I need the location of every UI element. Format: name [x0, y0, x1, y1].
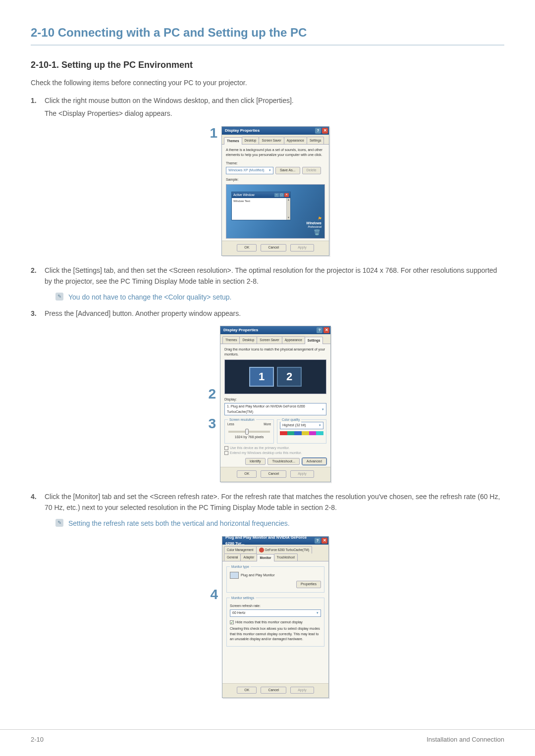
tab-themes[interactable]: Themes: [224, 137, 242, 145]
callout-3: 3: [204, 417, 216, 431]
maximize-icon: □: [279, 193, 284, 197]
windows-logo: ⚑ Windows Professional: [306, 216, 321, 228]
step-text: Press the [Advanced] button. Another pro…: [45, 309, 241, 317]
tab-settings[interactable]: Settings: [307, 137, 324, 144]
cancel-button[interactable]: Cancel: [261, 470, 286, 478]
display-properties-themes-dialog: Display Properties ? ✕ Themes Desktop Sc…: [221, 126, 329, 256]
primary-checkbox: [224, 446, 228, 450]
close-icon[interactable]: ✕: [321, 538, 327, 544]
dialog-title: Display Properties: [225, 128, 260, 134]
theme-preview: Active Window – □ ✕ Window Text: [226, 184, 325, 239]
delete-button[interactable]: Delete: [302, 167, 321, 174]
sample-label: Sample:: [226, 177, 325, 183]
note-text: Setting the refresh rate sets both the v…: [68, 518, 290, 529]
tab-monitor[interactable]: Monitor: [257, 554, 274, 561]
step-4: 4. Click the [Monitor] tab and set the <…: [45, 491, 504, 529]
tab-strip: Color Management GeForce 6200 TurboCache…: [222, 545, 328, 561]
extend-label: Extend my Windows desktop onto this moni…: [230, 451, 302, 454]
display-value: 1. Plug and Play Monitor on NVIDIA GeFor…: [227, 404, 322, 414]
theme-select[interactable]: Windows XP (Modified) ▾: [226, 167, 273, 174]
properties-button[interactable]: Properties: [296, 581, 321, 588]
color-spectrum: [280, 431, 323, 435]
hide-modes-description: Clearing this check box allows you to se…: [230, 626, 321, 642]
refresh-rate-select[interactable]: 60 Hertz ▾: [230, 609, 321, 617]
step-number: 1.: [31, 95, 37, 106]
color-quality-select[interactable]: Highest (32 bit) ▾: [280, 422, 323, 429]
monitor-arrangement[interactable]: 1 2: [224, 359, 326, 394]
step-2: 2. Click the [Settings] tab, and then se…: [45, 265, 504, 303]
identify-button[interactable]: Identify: [245, 458, 266, 465]
help-icon[interactable]: ?: [315, 538, 321, 544]
extend-checkbox: [224, 451, 228, 455]
tab-appearance[interactable]: Appearance: [282, 336, 305, 344]
dialog-title: Plug and Play Monitor and NVIDIA GeForce…: [225, 535, 315, 547]
tab-appearance[interactable]: Appearance: [284, 137, 307, 144]
refresh-rate-label: Screen refresh rate:: [230, 604, 321, 609]
help-icon[interactable]: ?: [315, 128, 321, 134]
step-number: 2.: [31, 265, 37, 276]
chevron-down-icon: ▾: [269, 168, 271, 173]
chevron-down-icon: ▾: [319, 423, 321, 428]
close-icon[interactable]: ✕: [322, 128, 328, 134]
screen-resolution-legend: Screen resolution: [228, 417, 256, 422]
step-text: Click the right mouse button on the Wind…: [45, 97, 294, 104]
primary-label: Use this device as the primary monitor.: [230, 446, 290, 450]
tab-screen-saver[interactable]: Screen Saver: [259, 137, 284, 144]
tab-themes[interactable]: Themes: [222, 336, 240, 344]
tab-geforce[interactable]: GeForce 6200 TurboCache(TM): [256, 546, 313, 554]
monitor-1[interactable]: 1: [249, 367, 274, 387]
close-icon[interactable]: ✕: [323, 327, 329, 333]
theme-label: Theme:: [226, 161, 325, 166]
cancel-button[interactable]: Cancel: [261, 244, 286, 252]
hide-modes-checkbox[interactable]: [230, 620, 234, 624]
advanced-button[interactable]: Advanced: [302, 458, 326, 465]
page-footer: 2-10 Installation and Connection: [0, 729, 535, 745]
apply-button[interactable]: Apply: [290, 687, 314, 694]
tab-troubleshoot[interactable]: Troubleshoot: [274, 554, 298, 560]
display-label: Display:: [224, 397, 326, 403]
recycle-bin-icon: 🗑️: [314, 228, 321, 237]
ok-button[interactable]: OK: [237, 244, 257, 252]
minimize-icon: –: [274, 193, 279, 197]
step-number: 3.: [31, 308, 37, 319]
color-quality-legend: Color quality: [280, 417, 301, 422]
scrollbar: [286, 198, 290, 220]
tab-desktop[interactable]: Desktop: [242, 137, 260, 144]
tab-desktop[interactable]: Desktop: [239, 336, 257, 344]
color-quality-value: Highest (32 bit): [282, 423, 306, 428]
cancel-button[interactable]: Cancel: [261, 687, 286, 694]
more-label: More: [264, 422, 271, 427]
apply-button[interactable]: Apply: [290, 470, 314, 478]
monitor-settings-group: Monitor settings Screen refresh rate: 60…: [226, 596, 324, 647]
subsection-heading: 2-10-1. Setting up the PC Environment: [31, 58, 504, 72]
tab-color-management[interactable]: Color Management: [224, 546, 257, 554]
step-3: 3. Press the [Advanced] button. Another …: [45, 308, 504, 319]
tab-adapter[interactable]: Adapter: [240, 554, 257, 560]
step-1: 1. Click the right mouse button on the W…: [45, 95, 504, 119]
resolution-value: 1024 by 768 pixels: [227, 435, 271, 440]
help-icon[interactable]: ?: [317, 327, 322, 333]
step-number: 4.: [31, 491, 37, 502]
troubleshoot-button[interactable]: Troubleshoot...: [268, 458, 299, 465]
callout-2: 2: [204, 387, 216, 401]
ok-button[interactable]: OK: [237, 470, 257, 478]
monitor-type-legend: Monitor type: [230, 564, 251, 569]
step-subtext: The <Display Properties> dialog appears.: [45, 108, 504, 119]
preview-window-text: Window Text: [233, 200, 250, 202]
tab-general[interactable]: General: [224, 554, 241, 560]
close-icon: ✕: [284, 193, 289, 197]
resolution-slider[interactable]: [228, 431, 270, 433]
note-icon: ✎: [55, 293, 63, 301]
monitor-2[interactable]: 2: [277, 367, 302, 387]
flag-icon: ⚑: [306, 216, 321, 221]
monitor-type-group: Monitor type Plug and Play Monitor Prope…: [226, 564, 324, 593]
apply-button[interactable]: Apply: [290, 244, 314, 252]
tab-settings[interactable]: Settings: [305, 337, 323, 344]
hide-modes-label: Hide modes that this monitor cannot disp…: [235, 620, 303, 624]
tab-screen-saver[interactable]: Screen Saver: [257, 336, 282, 344]
save-as-button[interactable]: Save As...: [275, 167, 300, 174]
display-select[interactable]: 1. Plug and Play Monitor on NVIDIA GeFor…: [224, 403, 326, 415]
preview-window: Active Window – □ ✕ Window Text: [231, 192, 291, 220]
ok-button[interactable]: OK: [237, 687, 257, 694]
callout-1: 1: [206, 126, 217, 140]
